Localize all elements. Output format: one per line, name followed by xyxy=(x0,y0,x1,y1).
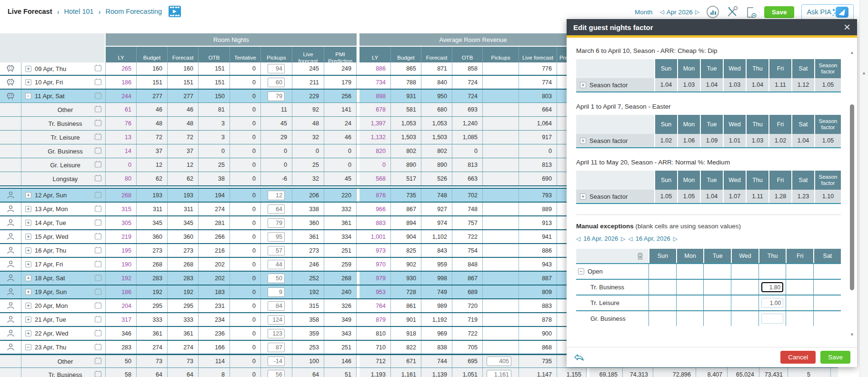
period-prev-icon[interactable]: ◁ xyxy=(660,9,664,15)
tools-icon[interactable] xyxy=(726,6,738,18)
exceptions-cell-sun[interactable] xyxy=(649,295,676,310)
expand-icon[interactable]: + xyxy=(580,82,586,88)
pickup-input[interactable]: 12 xyxy=(268,191,285,200)
ly-value-link[interactable]: 0 xyxy=(382,162,386,168)
dialog-save-button[interactable]: Save xyxy=(820,351,850,364)
ly-value-link[interactable]: 678 xyxy=(376,106,386,113)
expand-icon[interactable]: + xyxy=(25,206,31,212)
collapse-icon[interactable]: − xyxy=(25,344,31,350)
pickup-input[interactable]: 50 xyxy=(268,274,285,283)
exceptions-cell-thu[interactable] xyxy=(758,295,786,310)
calendar-icon[interactable] xyxy=(94,274,102,283)
expand-icon[interactable]: + xyxy=(25,330,31,336)
season-value-sat[interactable]: 1.23 xyxy=(791,190,814,203)
expand-icon[interactable]: + xyxy=(25,79,31,85)
exceptions-cell-sun[interactable] xyxy=(649,264,676,279)
exceptions-cell-wed[interactable] xyxy=(731,311,758,326)
ly-value-link[interactable]: 186 xyxy=(121,79,131,86)
calendar-icon[interactable] xyxy=(94,133,102,142)
pickup-input[interactable]: 60 xyxy=(268,78,285,87)
exceptions-cell-tue[interactable] xyxy=(703,264,731,279)
ly-value-link[interactable]: 186 xyxy=(121,289,131,295)
calendar-icon[interactable] xyxy=(94,357,102,366)
ly-value-link[interactable]: 61 xyxy=(125,106,131,113)
expand-icon[interactable]: + xyxy=(25,234,31,240)
scroll-up-icon[interactable]: ▲ xyxy=(850,50,854,55)
expand-icon[interactable]: + xyxy=(580,194,586,200)
pickup-input[interactable]: -14 xyxy=(268,357,285,366)
ly-value-link[interactable]: 876 xyxy=(376,192,386,199)
expand-icon[interactable]: + xyxy=(25,247,31,254)
season-value-mon[interactable]: 1.05 xyxy=(677,190,700,203)
pickup-input[interactable]: 124 xyxy=(268,315,285,325)
calendar-icon[interactable] xyxy=(94,246,102,255)
ly-value-link[interactable]: 14 xyxy=(125,148,131,154)
ask-pia-button[interactable]: Ask PIA xyxy=(801,4,854,20)
ly-value-link[interactable]: 568 xyxy=(376,175,386,182)
ly-value-link[interactable]: 970 xyxy=(376,261,386,268)
ly-value-link[interactable]: 1,132 xyxy=(371,134,386,141)
collapse-icon[interactable]: − xyxy=(25,93,31,99)
exceptions-cell-sun[interactable] xyxy=(649,311,676,326)
scrollbar-thumb[interactable] xyxy=(850,104,854,290)
expand-icon[interactable]: + xyxy=(25,316,31,323)
table-row-segment[interactable]: Tr. Business586464805664511,1931,1611,13… xyxy=(0,367,838,377)
exceptions-cell-fri[interactable] xyxy=(786,311,813,326)
ly-value-link[interactable]: 734 xyxy=(376,79,386,86)
pickup-input[interactable]: 1,161 xyxy=(487,370,511,377)
pickup-input[interactable]: 56 xyxy=(268,370,285,377)
ly-value-link[interactable]: 973 xyxy=(376,247,386,254)
ly-value-link[interactable]: 80 xyxy=(125,175,131,182)
ly-value-link[interactable]: 13 xyxy=(125,134,131,141)
exceptions-cell-wed[interactable] xyxy=(731,295,758,310)
calendar-icon[interactable] xyxy=(94,147,102,156)
season-value-sun[interactable]: 1.05 xyxy=(654,190,677,203)
save-button[interactable]: Save xyxy=(764,6,795,18)
exceptions-cell-sat[interactable] xyxy=(813,280,841,295)
ly-value-link[interactable]: 204 xyxy=(121,303,131,309)
calendar-icon[interactable] xyxy=(94,105,102,114)
exceptions-cell-wed[interactable] xyxy=(731,280,758,295)
season-value-thu[interactable]: 1.03 xyxy=(746,134,768,147)
season-value-fri[interactable]: 1.11 xyxy=(768,78,791,92)
season-value-tue[interactable]: 1.09 xyxy=(700,134,723,147)
pickup-input[interactable]: 79 xyxy=(268,92,285,101)
calendar-icon[interactable] xyxy=(94,78,102,87)
breadcrumb-item-room-forecasting[interactable]: Room Forecasting xyxy=(106,8,162,15)
ly-value-link[interactable]: 76 xyxy=(125,120,131,127)
pickup-input[interactable]: 95 xyxy=(268,232,285,242)
expand-icon[interactable]: + xyxy=(25,289,31,295)
calendar-icon[interactable] xyxy=(94,329,102,338)
expand-icon[interactable]: + xyxy=(25,303,31,309)
expand-icon[interactable]: + xyxy=(25,66,31,72)
ly-value-link[interactable]: 979 xyxy=(376,275,386,282)
ly-value-link[interactable]: 966 xyxy=(376,206,386,213)
ly-value-link[interactable]: 219 xyxy=(121,234,131,240)
breadcrumb-item-hotel-101[interactable]: Hotel 101 xyxy=(64,8,94,15)
exception-factor-input[interactable] xyxy=(761,314,783,324)
scroll-down-icon[interactable]: ▼ xyxy=(850,332,854,337)
expand-icon[interactable]: + xyxy=(25,275,31,281)
ly-value-link[interactable]: 1,397 xyxy=(371,120,386,127)
exceptions-cell-thu[interactable] xyxy=(758,264,786,279)
exception-factor-input[interactable] xyxy=(761,282,783,292)
expand-icon[interactable]: + xyxy=(25,261,31,267)
calendar-icon[interactable] xyxy=(94,315,102,324)
pickup-input[interactable]: 84 xyxy=(268,301,285,311)
ly-value-link[interactable]: 1,001 xyxy=(371,234,386,240)
close-icon[interactable]: × xyxy=(844,22,850,32)
ly-value-link[interactable]: 886 xyxy=(376,65,386,72)
calendar-icon[interactable] xyxy=(94,191,102,200)
calendar-icon[interactable] xyxy=(94,174,102,183)
calendar-icon[interactable] xyxy=(94,370,102,377)
expand-icon[interactable]: + xyxy=(25,192,31,198)
exceptions-cell-thu[interactable] xyxy=(758,311,786,326)
season-value-wed[interactable]: 1.03 xyxy=(723,78,746,92)
season-value-fri[interactable]: 1.28 xyxy=(768,190,791,203)
ly-value-link[interactable]: 190 xyxy=(121,261,131,268)
ly-value-link[interactable]: 0 xyxy=(128,162,131,168)
season-value-fri[interactable]: 1.02 xyxy=(768,134,791,147)
pickup-input[interactable]: 123 xyxy=(268,329,285,338)
exceptions-cell-tue[interactable] xyxy=(703,295,731,310)
calendar-icon[interactable] xyxy=(94,287,102,296)
